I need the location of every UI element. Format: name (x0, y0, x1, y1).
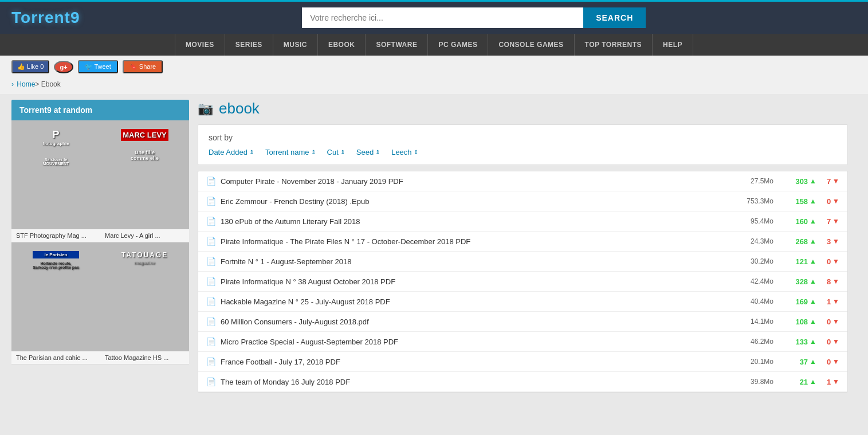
leech-value: 0 (827, 358, 831, 366)
social-bar: 👍 Like 0 g+ 🐦 Tweet 🔖 Share (0, 56, 868, 78)
seed-value: 121 (795, 257, 808, 266)
twitter-icon: 🐦 (85, 63, 93, 70)
sidebar-card-1[interactable]: MARC LEVY Une fillecomme elle Marc Levy … (100, 120, 189, 242)
torrent-name: Eric Zemmour - French Destiny (2018) .Ep… (221, 197, 728, 206)
torrent-name: Computer Pirate - November 2018 - Januar… (221, 177, 728, 186)
sort-label: sort by (209, 133, 837, 142)
sort-date-added[interactable]: Date Added ⇕ (209, 148, 254, 156)
torrent-file-icon: 📄 (206, 257, 216, 266)
torrent-row[interactable]: 📄 Computer Pirate - November 2018 - Janu… (198, 171, 847, 191)
torrent-row[interactable]: 📄 60 Million Consumers - July-August 201… (198, 312, 847, 332)
sort-seed-arrows: ⇕ (375, 149, 380, 155)
like-label: Like 0 (27, 63, 44, 70)
nav-software[interactable]: SOFTWARE (366, 34, 428, 56)
torrent-leech: 0 ▼ (816, 257, 839, 266)
torrent-leech: 0 ▼ (816, 338, 839, 346)
torrent-file-icon: 📄 (206, 337, 216, 346)
seed-value: 303 (795, 177, 808, 186)
sort-leech[interactable]: Leech ⇕ (391, 148, 418, 156)
sort-seed[interactable]: Seed ⇕ (356, 148, 380, 156)
nav-ebook[interactable]: EBOOK (318, 34, 366, 56)
torrent-leech: 8 ▼ (816, 277, 839, 286)
torrent-size: 20.1Mo (728, 358, 773, 366)
sort-name-label: Torrent name (265, 148, 309, 156)
torrent-name: 60 Million Consumers - July-August 2018.… (221, 318, 728, 326)
sidebar-card-0[interactable]: P hotographie Saisissez leMOUVEMENT STF … (11, 120, 100, 242)
torrent-size: 42.4Mo (728, 277, 773, 285)
torrent-row[interactable]: 📄 130 ePub of the Autumn Literary Fall 2… (198, 211, 847, 232)
torrent-row[interactable]: 📄 Hackable Magazine N ° 25 - July-August… (198, 292, 847, 312)
search-input[interactable] (302, 7, 583, 28)
torrent-row[interactable]: 📄 Micro Practice Special - August-Septem… (198, 332, 847, 352)
torrent-size: 14.1Mo (728, 318, 773, 326)
breadcrumb-home[interactable]: Home (17, 80, 35, 88)
torrent-leech: 0 ▼ (816, 197, 839, 206)
seed-up-arrow: ▲ (810, 378, 816, 386)
tweet-label: Tweet (94, 63, 111, 70)
leech-down-arrow: ▼ (832, 297, 839, 305)
sort-cut[interactable]: Cut ⇕ (327, 148, 345, 156)
gplus-button[interactable]: g+ (54, 61, 73, 73)
leech-value: 0 (827, 197, 831, 206)
sort-leech-arrows: ⇕ (414, 149, 418, 155)
sidebar-card-2[interactable]: le Parisien Hollande recule,Sarkozy n'en… (11, 242, 100, 365)
like-button[interactable]: 👍 Like 0 (11, 60, 49, 73)
torrent-row[interactable]: 📄 Pirate Informatique - The Pirate Files… (198, 232, 847, 252)
nav-consolegames[interactable]: CONSOLE GAMES (488, 34, 574, 56)
torrent-file-icon: 📄 (206, 357, 216, 366)
torrent-name: Pirate Informatique N ° 38 August Octobe… (221, 277, 728, 286)
seed-value: 21 (800, 378, 808, 386)
nav-series[interactable]: SERIES (225, 34, 273, 56)
sidebar-card-3[interactable]: TATOUAGE magazine Tattoo Magazine HS ... (100, 242, 189, 365)
torrent-name: Micro Practice Special - August-Septembe… (221, 338, 728, 346)
seed-value: 108 (795, 318, 808, 326)
torrent-name: The team of Monday 16 July 2018 PDF (221, 378, 728, 386)
search-button[interactable]: SEARCH (583, 7, 646, 28)
sidebar-caption-2: The Parisian and cahie ... (11, 351, 100, 365)
sidebar-cover-0: P hotographie Saisissez leMOUVEMENT (11, 120, 100, 229)
torrent-leech: 7 ▼ (816, 217, 839, 226)
torrent-size: 39.8Mo (728, 378, 773, 386)
seed-up-arrow: ▲ (810, 197, 816, 205)
nav-music[interactable]: MUSIC (273, 34, 318, 56)
leech-value: 1 (827, 378, 831, 386)
sort-torrent-name[interactable]: Torrent name ⇕ (265, 148, 316, 156)
torrent-row[interactable]: 📄 Pirate Informatique N ° 38 August Octo… (198, 272, 847, 292)
seed-up-arrow: ▲ (810, 338, 816, 346)
torrent-name: 130 ePub of the Autumn Literary Fall 201… (221, 217, 728, 226)
torrent-size: 95.4Mo (728, 217, 773, 225)
nav-toptorrents[interactable]: TOP TORRENTS (575, 34, 653, 56)
sidebar-cover-1: MARC LEVY Une fillecomme elle (100, 120, 189, 229)
seed-value: 328 (795, 277, 808, 286)
torrent-row[interactable]: 📄 The team of Monday 16 July 2018 PDF 39… (198, 372, 847, 392)
sidebar-caption-3: Tattoo Magazine HS ... (100, 351, 189, 365)
leech-value: 0 (827, 318, 831, 326)
leech-down-arrow: ▼ (832, 177, 839, 185)
seed-value: 268 (795, 237, 808, 246)
torrent-row[interactable]: 📄 Eric Zemmour - French Destiny (2018) .… (198, 191, 847, 211)
leech-down-arrow: ▼ (832, 197, 839, 205)
tweet-button[interactable]: 🐦 Tweet (78, 60, 118, 73)
seed-up-arrow: ▲ (810, 297, 816, 305)
share-button[interactable]: 🔖 Share (123, 60, 163, 73)
torrent-file-icon: 📄 (206, 377, 216, 386)
sidebar-cover-text-2: le Parisien Hollande recule,Sarkozy n'en… (30, 248, 82, 272)
torrent-row[interactable]: 📄 Fortnite N ° 1 - August-September 2018… (198, 252, 847, 272)
nav-movies[interactable]: MOVIES (175, 34, 225, 56)
torrent-size: 27.5Mo (728, 177, 773, 185)
leech-down-arrow: ▼ (832, 277, 839, 285)
sort-box: sort by Date Added ⇕ Torrent name ⇕ Cut … (198, 124, 848, 165)
torrent-size: 30.2Mo (728, 257, 773, 265)
torrent-row[interactable]: 📄 France Football - July 17, 2018 PDF 20… (198, 352, 847, 372)
sidebar-images: P hotographie Saisissez leMOUVEMENT STF … (11, 120, 189, 365)
torrent-seed: 303 ▲ (782, 177, 816, 186)
sidebar-caption-1: Marc Levy - A girl ... (100, 229, 189, 242)
nav-help[interactable]: HELP (653, 34, 693, 56)
nav-pcgames[interactable]: PC GAMES (428, 34, 488, 56)
leech-down-arrow: ▼ (832, 378, 839, 386)
torrent-seed: 133 ▲ (782, 338, 816, 346)
leech-value: 0 (827, 338, 831, 346)
torrent-leech: 0 ▼ (816, 358, 839, 366)
sidebar-cover-2: le Parisien Hollande recule,Sarkozy n'en… (11, 242, 100, 351)
torrent-seed: 121 ▲ (782, 257, 816, 266)
